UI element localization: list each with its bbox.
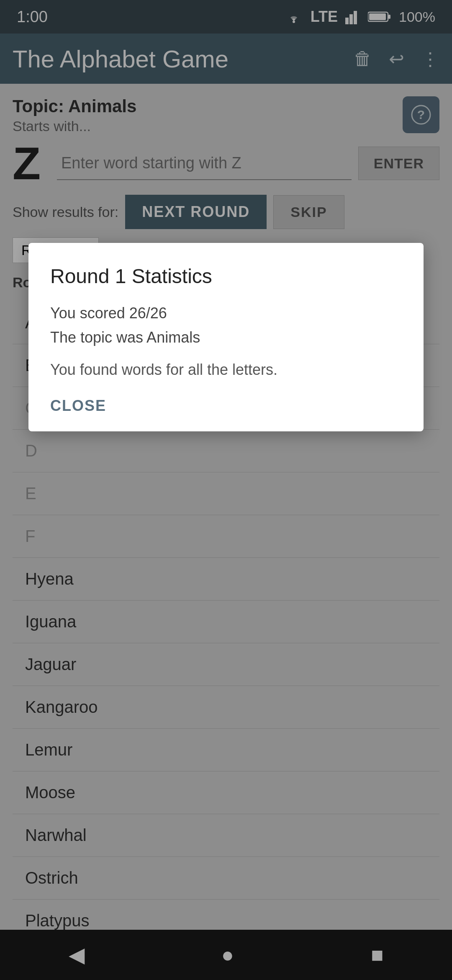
dialog-score: You scored 26/26 The topic was Animals [50, 301, 402, 349]
score-line1: You scored 26/26 [50, 304, 167, 322]
dialog-message: You found words for all the letters. [50, 361, 402, 379]
dialog-title: Round 1 Statistics [50, 265, 402, 288]
statistics-dialog: Round 1 Statistics You scored 26/26 The … [28, 243, 424, 431]
dialog-close-button[interactable]: CLOSE [50, 397, 106, 415]
score-line2: The topic was Animals [50, 329, 200, 346]
modal-overlay [0, 0, 452, 980]
